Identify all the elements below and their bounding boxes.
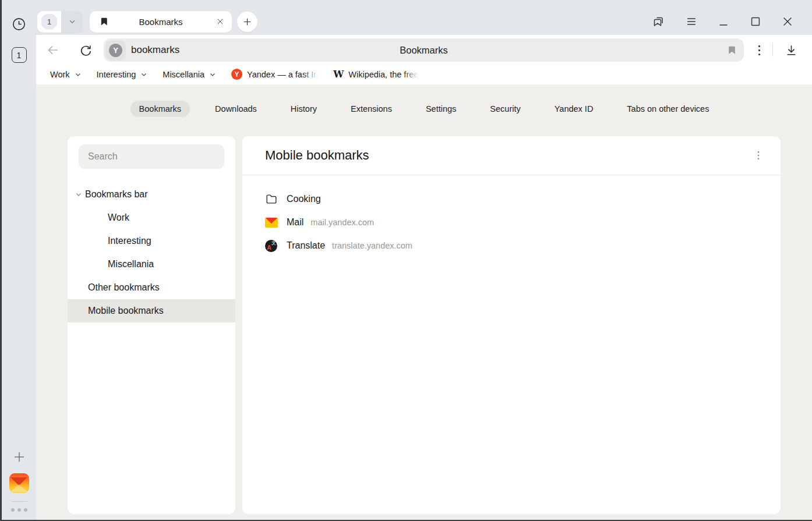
tab-yandex-id[interactable]: Yandex ID [546,101,602,117]
list-item-translate[interactable]: A 文 Translate translate.yandex.com [242,234,781,257]
tree-item-interesting[interactable]: Interesting [68,229,235,253]
bookmarks-bar: Work Interesting Miscellania Y Yandex — … [36,65,812,84]
page-content: Bookmarks Downloads History Extensions S… [36,84,812,520]
chevron-down-icon [209,71,216,78]
toolbar-kebab-icon[interactable] [752,44,767,56]
bar-folder-label: Miscellania [163,70,204,79]
bookmark-name: Mail [287,217,303,228]
reload-icon [79,44,93,57]
address-bar[interactable]: Y bookmarks Bookmarks [104,38,744,62]
chevron-down-icon [68,17,77,26]
bookmark-url: translate.yandex.com [332,241,412,250]
site-favicon-wrap: Y [105,40,126,61]
bar-folder-label: Interesting [97,70,136,79]
tab-history[interactable]: History [282,101,326,117]
active-tab[interactable]: Bookmarks [90,11,232,33]
tab-security[interactable]: Security [481,101,529,117]
browser-window: 1 Bookmarks [36,0,812,520]
history-clock-icon[interactable] [11,16,27,32]
tree-label: Work [108,212,129,223]
yandex-favicon: Y [231,69,242,80]
panel-title: Mobile bookmarks [265,148,369,163]
tree-label: Miscellania [108,259,154,270]
bookmark-url: mail.yandex.com [310,218,374,227]
workspace-badge[interactable]: 1 [12,47,27,63]
wikipedia-favicon: W [333,69,344,80]
tree-label: Bookmarks bar [85,189,148,200]
toolbar: Y bookmarks Bookmarks [36,35,812,65]
tab-group-count[interactable]: 1 [37,11,61,33]
window-controls [652,15,802,29]
close-icon[interactable] [781,15,794,28]
strip-divider [11,501,27,502]
panels: Bookmarks bar Work Interesting Miscellan… [68,136,781,514]
bookmark-list: Cooking Mail mail.yandex.com A [242,175,781,257]
tree-item-work[interactable]: Work [68,206,235,229]
bookmark-filled-icon[interactable] [727,44,737,56]
more-apps-icon[interactable] [11,508,27,512]
tree-label: Interesting [108,236,151,246]
bar-link-wikipedia[interactable]: W Wikipedia, the free [333,69,418,80]
tab-other-devices[interactable]: Tabs on other devices [618,101,718,117]
bar-folder-label: Work [50,70,70,79]
tab-downloads[interactable]: Downloads [206,101,266,117]
tree-item-mobile-bookmarks[interactable]: Mobile bookmarks [68,299,235,322]
bar-link-yandex[interactable]: Y Yandex — a fast In [231,69,318,80]
bookmark-name: Translate [287,240,325,251]
yandex-gray-favicon: Y [109,44,122,57]
downloads-icon[interactable] [785,44,798,57]
yandex-translate-icon: A 文 [265,240,280,252]
arrow-left-icon [46,43,60,57]
chevron-down-icon[interactable] [75,190,83,199]
tab-title: Bookmarks [90,17,232,27]
plus-icon [242,17,252,27]
new-tab-button[interactable] [237,12,257,32]
back-button[interactable] [44,43,62,57]
manager-nav: Bookmarks Downloads History Extensions S… [36,101,812,117]
tab-bookmarks[interactable]: Bookmarks [130,101,190,117]
panel-kebab-icon[interactable] [754,147,763,164]
bookmarks-sidebar: Bookmarks bar Work Interesting Miscellan… [68,136,235,514]
tab-group-expander[interactable] [61,11,83,33]
tab-extensions[interactable]: Extensions [342,101,401,117]
maximize-icon[interactable] [749,15,762,28]
page-title: Bookmarks [104,45,744,56]
bar-folder-miscellania[interactable]: Miscellania [163,70,216,79]
yandex-mail-icon [265,218,280,228]
address-input[interactable]: bookmarks [131,44,179,56]
tab-strip: 1 Bookmarks [36,0,812,35]
tree-label: Other bookmarks [88,282,160,293]
bar-link-label: Yandex — a fast In [247,70,318,79]
toolbar-separator [772,44,773,56]
tree-item-miscellania[interactable]: Miscellania [68,253,235,276]
tree-label: Mobile bookmarks [88,306,164,316]
tab-favicon-bookmark-icon [100,16,110,27]
minimize-icon[interactable] [717,15,730,28]
bar-folder-interesting[interactable]: Interesting [97,70,148,79]
list-item-mail[interactable]: Mail mail.yandex.com [242,211,781,234]
tab-group-chip[interactable]: 1 [37,11,83,33]
bar-folder-work[interactable]: Work [50,70,82,79]
reload-button[interactable] [77,44,94,57]
mail-fold [10,484,27,492]
folder-icon [265,193,280,205]
list-item-cooking[interactable]: Cooking [242,187,781,211]
tab-settings[interactable]: Settings [417,101,465,117]
panel-header: Mobile bookmarks [242,136,781,175]
yandex-mail-app-icon[interactable] [9,473,29,493]
tree-item-bookmarks-bar[interactable]: Bookmarks bar [68,183,235,206]
add-workspace-icon[interactable] [12,450,26,464]
bar-link-label: Wikipedia, the free [348,70,418,79]
bookmarks-main-panel: Mobile bookmarks Cooki [242,136,781,514]
bookmark-name: Cooking [287,194,321,204]
tab-close-icon[interactable] [216,17,224,26]
chevron-down-icon [75,71,82,78]
chevron-down-icon [140,71,147,78]
side-strip: 1 [2,0,36,520]
menu-hamburger-icon[interactable] [685,15,698,28]
tree-item-other-bookmarks[interactable]: Other bookmarks [68,276,235,299]
search-input[interactable] [79,144,224,169]
bookmarks-panel-icon[interactable] [652,15,666,29]
